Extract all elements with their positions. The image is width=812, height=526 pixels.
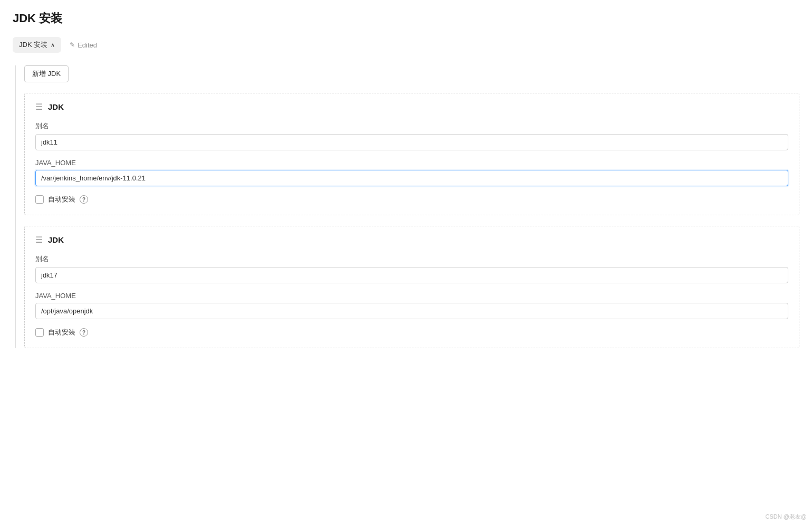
jdk1-auto-install-row: 自动安装 ? (35, 195, 788, 204)
jdk1-auto-install-checkbox[interactable] (35, 195, 44, 204)
jdk1-javahome-group: JAVA_HOME (35, 159, 788, 186)
jdk2-javahome-group: JAVA_HOME (35, 292, 788, 319)
breadcrumb-label: JDK 安装 (19, 40, 47, 50)
jdk1-alias-label: 别名 (35, 121, 788, 131)
drag-handle-icon[interactable]: ☰ (35, 102, 43, 112)
jdk1-help-icon[interactable]: ? (80, 195, 88, 204)
section-container: 新增 JDK ☰ JDK 别名 JAVA_HOME 自动安装 ? ☰ JDK 别… (15, 65, 799, 348)
top-bar: JDK 安装 ∧ ✎ Edited (13, 37, 799, 53)
jdk-card-2-title: JDK (48, 235, 64, 244)
edited-status: ✎ Edited (70, 41, 97, 49)
jdk2-alias-input[interactable] (35, 267, 788, 283)
jdk-card-1: ☰ JDK 别名 JAVA_HOME 自动安装 ? (24, 93, 799, 215)
jdk2-javahome-label: JAVA_HOME (35, 292, 788, 300)
jdk1-javahome-input[interactable] (35, 170, 788, 186)
jdk2-auto-install-row: 自动安装 ? (35, 328, 788, 337)
jdk2-alias-group: 别名 (35, 254, 788, 283)
pencil-icon: ✎ (70, 41, 75, 49)
jdk2-auto-install-label: 自动安装 (48, 328, 75, 337)
jdk2-javahome-input[interactable] (35, 303, 788, 319)
jdk1-javahome-label: JAVA_HOME (35, 159, 788, 167)
jdk2-help-icon[interactable]: ? (80, 328, 88, 337)
drag-handle-icon-2[interactable]: ☰ (35, 235, 43, 245)
jdk2-auto-install-checkbox[interactable] (35, 328, 44, 337)
jdk-card-1-header: ☰ JDK (35, 102, 788, 112)
breadcrumb-button[interactable]: JDK 安装 ∧ (13, 37, 61, 53)
jdk-card-1-title: JDK (48, 102, 64, 111)
add-jdk-button[interactable]: 新增 JDK (24, 65, 69, 82)
edited-text: Edited (78, 41, 97, 49)
jdk1-alias-group: 别名 (35, 121, 788, 150)
page-title: JDK 安装 (13, 11, 799, 26)
chevron-down-icon: ∧ (51, 42, 55, 49)
jdk1-alias-input[interactable] (35, 134, 788, 150)
jdk1-auto-install-label: 自动安装 (48, 195, 75, 204)
jdk-card-2: ☰ JDK 别名 JAVA_HOME 自动安装 ? (24, 226, 799, 348)
jdk-card-2-header: ☰ JDK (35, 235, 788, 245)
jdk2-alias-label: 别名 (35, 254, 788, 264)
